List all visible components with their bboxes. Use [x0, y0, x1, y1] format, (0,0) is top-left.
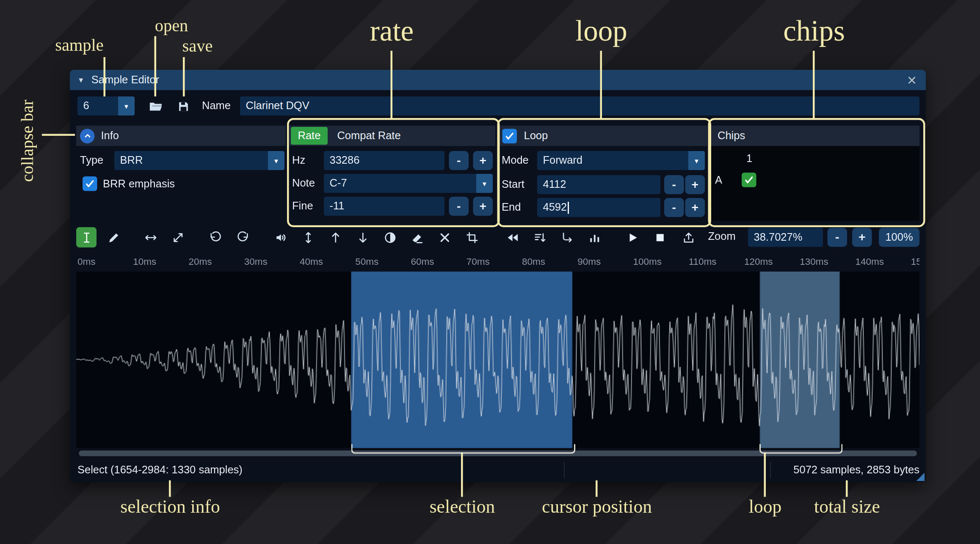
apply-button[interactable]: [557, 227, 577, 247]
leader-line: [596, 481, 597, 497]
stretch-button[interactable]: [168, 227, 188, 247]
shift-down-button[interactable]: [353, 227, 373, 247]
loop-start-input[interactable]: 4112: [537, 175, 660, 194]
type-select[interactable]: BRR ▼: [114, 151, 284, 170]
window-title: Sample Editor: [91, 74, 159, 86]
ruler-tick: 40ms: [300, 256, 323, 267]
arrows-diagonal-icon: [171, 231, 185, 244]
status-bar: Select (1654-2984: 1330 samples) 5072 sa…: [70, 458, 926, 482]
annotation-open: open: [124, 16, 219, 36]
loop-start-value: 4112: [543, 179, 566, 191]
screenshot-stage: ▼ Sample Editor ✕ 6 ▼ Name Clarinet DQV: [0, 0, 980, 544]
info-panel-header: Info: [76, 126, 286, 146]
sample-editor-window: ▼ Sample Editor ✕ 6 ▼ Name Clarinet DQV: [70, 70, 926, 482]
brr-emphasis-checkbox[interactable]: [83, 176, 97, 191]
undo-button[interactable]: [205, 227, 226, 247]
name-input[interactable]: Clarinet DQV: [240, 96, 919, 115]
chip-enable-checkbox[interactable]: [742, 173, 756, 187]
ruler-tick: 90ms: [577, 256, 601, 267]
start-plus-button[interactable]: +: [685, 175, 705, 194]
silence-button[interactable]: [407, 227, 428, 247]
end-label: End: [502, 198, 521, 217]
loop-mode-select[interactable]: Forward ▼: [537, 151, 705, 170]
hz-minus-button[interactable]: -: [449, 151, 469, 170]
sample-select[interactable]: 6 ▼: [77, 96, 135, 115]
select-mode-button[interactable]: [76, 227, 97, 247]
loop-panel-title: Loop: [524, 129, 548, 142]
chevron-down-icon[interactable]: ▼: [688, 151, 705, 170]
cursor-position-status: [571, 458, 762, 482]
play-button[interactable]: [622, 227, 643, 247]
end-minus-button[interactable]: -: [664, 198, 684, 217]
loop-checkbox[interactable]: [502, 129, 517, 143]
start-minus-button[interactable]: -: [664, 175, 684, 194]
zoom-input[interactable]: 38.7027%: [748, 228, 823, 247]
annotation-save: save: [150, 37, 245, 56]
open-sample-button[interactable]: [145, 96, 166, 117]
redo-button[interactable]: [232, 227, 253, 247]
sort-button[interactable]: [530, 227, 550, 247]
loop-end-input[interactable]: 4592: [537, 198, 660, 217]
check-icon: [744, 175, 755, 186]
scrollbar-thumb[interactable]: [79, 451, 917, 456]
shift-up-button[interactable]: [325, 227, 345, 247]
pencil-icon: [107, 231, 121, 244]
chevron-down-icon[interactable]: ▼: [476, 174, 493, 193]
chevron-down-icon[interactable]: ▼: [118, 96, 135, 115]
hz-value: 33286: [330, 154, 360, 167]
note-select[interactable]: C-7 ▼: [324, 174, 493, 193]
ruler-tick: 130ms: [800, 256, 828, 267]
status-divider: [770, 462, 771, 478]
fine-input[interactable]: -11: [324, 197, 444, 216]
zoom-minus-button[interactable]: -: [828, 228, 847, 247]
amplify-button[interactable]: [298, 227, 318, 247]
fine-plus-button[interactable]: +: [473, 197, 493, 216]
fine-minus-button[interactable]: -: [449, 197, 469, 216]
timeline-ruler[interactable]: 0ms10ms20ms30ms40ms50ms60ms70ms80ms90ms1…: [76, 253, 919, 270]
type-select-value: BRR: [114, 151, 268, 170]
waveform-canvas[interactable]: [76, 272, 919, 448]
delete-button[interactable]: [434, 227, 455, 247]
check-icon: [85, 179, 96, 190]
zoom-plus-button[interactable]: +: [852, 228, 872, 247]
window-collapse-icon[interactable]: ▼: [77, 76, 84, 84]
hz-plus-button[interactable]: +: [473, 151, 493, 170]
arrows-horizontal-icon: [144, 231, 157, 244]
chips-panel-title: Chips: [718, 129, 745, 142]
waveform-display[interactable]: [76, 272, 919, 448]
window-resize-grip[interactable]: [917, 473, 925, 481]
note-label: Note: [292, 174, 315, 193]
folder-open-icon: [148, 99, 163, 114]
zoom-label: Zoom: [708, 227, 736, 246]
chips-table: 1 A: [710, 146, 919, 221]
resize-button[interactable]: [141, 227, 161, 247]
eraser-icon: [411, 231, 424, 244]
rate-tab[interactable]: Rate: [291, 127, 328, 145]
reset-zoom-button[interactable]: 100%: [879, 228, 919, 247]
waveform-scrollbar[interactable]: [76, 449, 919, 458]
preview-button[interactable]: [271, 227, 291, 247]
chevron-up-icon: [82, 131, 92, 141]
reverse-button[interactable]: [502, 227, 523, 247]
save-sample-button[interactable]: [173, 96, 194, 117]
draw-mode-button[interactable]: [104, 227, 124, 247]
compat-rate-tab[interactable]: Compat Rate: [337, 129, 400, 142]
close-button[interactable]: ✕: [904, 72, 919, 88]
filter-button[interactable]: [584, 227, 605, 247]
stop-button[interactable]: [650, 227, 670, 247]
invert-button[interactable]: [380, 227, 400, 247]
ruler-tick: 150ms: [911, 256, 919, 267]
chevron-down-icon[interactable]: ▼: [268, 151, 284, 170]
hz-label: Hz: [292, 151, 305, 170]
close-icon: ✕: [907, 73, 917, 88]
end-plus-button[interactable]: +: [685, 198, 705, 217]
import-button[interactable]: [678, 227, 698, 247]
play-icon: [626, 231, 639, 244]
info-panel-title: Info: [101, 129, 119, 142]
collapse-bar-button[interactable]: [80, 129, 95, 143]
ruler-tick: 0ms: [77, 256, 96, 267]
annotation-loop: loop: [522, 15, 681, 47]
ruler-tick: 100ms: [633, 256, 662, 267]
hz-input[interactable]: 33286: [324, 151, 444, 170]
trim-button[interactable]: [462, 227, 482, 247]
